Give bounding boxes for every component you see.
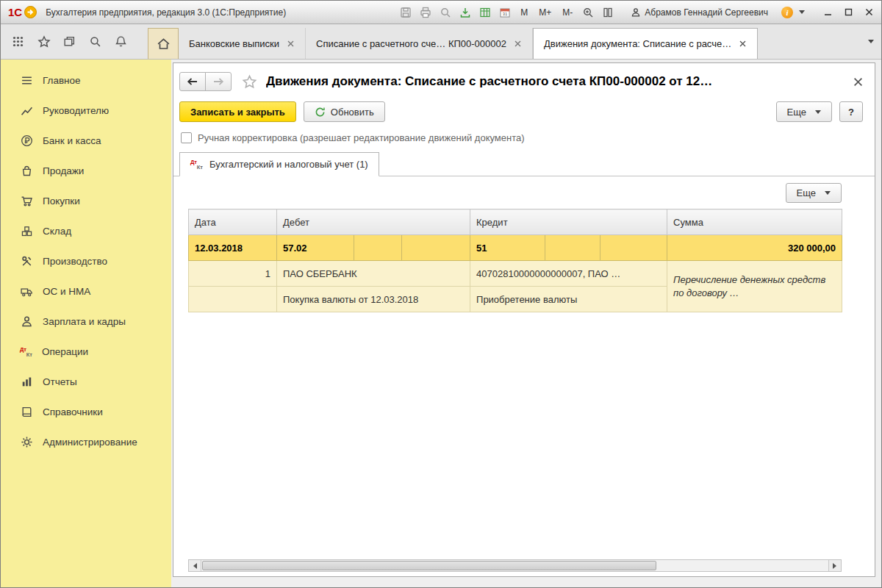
column-header-date[interactable]: Дата [189, 209, 277, 235]
cell-empty[interactable] [189, 287, 277, 312]
cell-debit-analytics-2[interactable]: Покупка валюты от 12.03.2018 [277, 287, 470, 312]
sidebar-item-directories[interactable]: Справочники [1, 397, 171, 427]
cell-credit-extra1[interactable] [545, 235, 600, 261]
calendar-icon[interactable]: 31 [498, 6, 512, 19]
apps-grid-icon[interactable] [11, 35, 25, 49]
minimize-button[interactable] [822, 7, 833, 18]
sidebar-item-administration[interactable]: Администрирование [1, 427, 171, 457]
refresh-icon [315, 107, 326, 118]
table-row-selected[interactable]: 12.03.2018 57.02 51 320 000,00 [189, 235, 842, 261]
cell-credit-account[interactable]: 51 [470, 235, 545, 261]
movements-grid-area: Еще Дата Дебет Кр [173, 176, 875, 576]
save-icon[interactable] [399, 6, 412, 19]
recent-windows-icon[interactable] [62, 35, 76, 49]
zoom-in-icon[interactable] [581, 6, 595, 19]
notifications-bell-icon[interactable] [114, 35, 128, 49]
tab-bank-statements[interactable]: Банковские выписки [179, 28, 306, 59]
cell-debit-extra1[interactable] [354, 235, 402, 261]
sections-sidebar: Главное Руководителю Банк и касса [1, 60, 171, 587]
cell-line-number[interactable]: 1 [189, 261, 277, 287]
cell-date[interactable]: 12.03.2018 [189, 235, 277, 261]
tab-debit-document[interactable]: Списание с расчетного сче… КП00-000002 [306, 28, 533, 59]
search-icon[interactable] [88, 35, 102, 49]
app-logo-icon: 1С [8, 6, 37, 18]
column-header-sum[interactable]: Сумма [667, 209, 842, 235]
cell-credit-analytics-2[interactable]: Приобретение валюты [470, 287, 667, 312]
sidebar-item-bank-cash[interactable]: Банк и касса [1, 126, 171, 156]
close-panel-icon[interactable] [853, 77, 863, 87]
close-icon[interactable] [287, 40, 295, 48]
home-button[interactable] [148, 28, 179, 59]
panels-icon[interactable] [601, 6, 614, 19]
cell-debit-analytics-1[interactable]: ПАО СБЕРБАНК [277, 261, 470, 287]
cell-debit-account[interactable]: 57.02 [277, 235, 354, 261]
chevron-down-icon [825, 191, 831, 198]
manual-adjustment-label: Ручная корректировка (разрешает редактир… [198, 132, 525, 143]
app-window: 1С Бухгалтерия предприятия, редакция 3.0… [0, 0, 882, 588]
tab-accounting-tax[interactable]: ДтКт Бухгалтерский и налоговый учет (1) [179, 152, 379, 176]
favorites-star-icon[interactable] [37, 35, 51, 49]
memory-m-plus-button[interactable]: М+ [537, 7, 553, 18]
sidebar-item-operations[interactable]: ДтКт Операции [1, 337, 171, 367]
tab-document-movements[interactable]: Движения документа: Списание с расче… [533, 28, 758, 59]
tab-list-dropdown[interactable] [857, 36, 881, 47]
tab-label: Банковские выписки [189, 38, 279, 49]
cell-debit-extra2[interactable] [402, 235, 470, 261]
more-button[interactable]: Еще [776, 101, 832, 122]
help-button[interactable]: ? [839, 101, 863, 122]
sidebar-item-manager[interactable]: Руководителю [1, 96, 171, 126]
titlebar[interactable]: 1С Бухгалтерия предприятия, редакция 3.0… [1, 1, 881, 24]
sidebar-item-main[interactable]: Главное [1, 65, 171, 96]
memory-m-minus-button[interactable]: М- [560, 7, 575, 18]
grid-more-button[interactable]: Еще [786, 183, 842, 203]
scrollbar-thumb[interactable] [202, 561, 656, 570]
table-header-row: Дата Дебет Кредит Сумма [189, 209, 842, 235]
forward-button[interactable] [205, 72, 232, 91]
scrollbar-track[interactable] [201, 560, 828, 571]
menu-icon [20, 74, 33, 87]
cell-credit-extra2[interactable] [600, 235, 667, 261]
manual-adjustment-row[interactable]: Ручная корректировка (разрешает редактир… [173, 122, 875, 143]
person-icon [20, 315, 33, 329]
cell-credit-analytics-1[interactable]: 40702810000000000007, ПАО … [470, 261, 667, 287]
memory-m-button[interactable]: М [518, 7, 530, 18]
sidebar-item-warehouse[interactable]: Склад [1, 216, 171, 246]
table-row-details-1[interactable]: 1 ПАО СБЕРБАНК 40702810000000000007, ПАО… [189, 261, 842, 287]
ruble-circle-icon [20, 135, 33, 148]
sidebar-item-production[interactable]: Производство [1, 246, 171, 276]
column-header-debit[interactable]: Дебет [277, 209, 470, 235]
close-icon[interactable] [739, 40, 747, 48]
maximize-button[interactable] [843, 7, 853, 18]
cell-comment[interactable]: Перечисление денежных средств по договор… [667, 261, 842, 312]
cell-sum[interactable]: 320 000,00 [667, 235, 842, 261]
chevron-down-icon [815, 110, 821, 117]
table-icon[interactable] [478, 6, 492, 19]
back-button[interactable] [179, 72, 206, 91]
sidebar-item-payroll-hr[interactable]: Зарплата и кадры [1, 306, 171, 337]
favorite-star-icon[interactable] [242, 74, 257, 90]
sidebar-item-sales[interactable]: Продажи [1, 156, 171, 186]
sidebar-item-fixed-assets[interactable]: ОС и НМА [1, 276, 171, 306]
sidebar-item-purchases[interactable]: Покупки [1, 186, 171, 216]
current-user-button[interactable]: Абрамов Геннадий Сергеевич [631, 7, 768, 18]
scroll-right-icon[interactable] [828, 560, 841, 571]
checkbox-icon[interactable] [181, 132, 192, 143]
refresh-button[interactable]: Обновить [304, 101, 385, 122]
panel-header: Движения документа: Списание с расчетног… [173, 63, 875, 91]
close-window-button[interactable] [864, 7, 874, 18]
print-icon[interactable] [419, 6, 432, 19]
tab-label: Движения документа: Списание с расче… [544, 38, 731, 49]
preview-icon[interactable] [439, 6, 452, 19]
column-header-credit[interactable]: Кредит [470, 209, 667, 235]
register-tabs: ДтКт Бухгалтерский и налоговый учет (1) [173, 152, 875, 176]
save-close-button[interactable]: Записать и закрыть [179, 101, 296, 122]
tab-label: Списание с расчетного сче… КП00-000002 [316, 38, 506, 49]
scroll-left-icon[interactable] [189, 560, 201, 571]
close-icon[interactable] [514, 40, 522, 48]
horizontal-scrollbar[interactable] [188, 559, 842, 572]
export-icon[interactable] [459, 6, 472, 19]
sidebar-item-reports[interactable]: Отчеты [1, 367, 171, 397]
dtkt-icon: ДтКт [190, 159, 203, 171]
titlebar-tools: 31 М М+ М- [399, 6, 614, 19]
info-button[interactable] [781, 7, 805, 18]
